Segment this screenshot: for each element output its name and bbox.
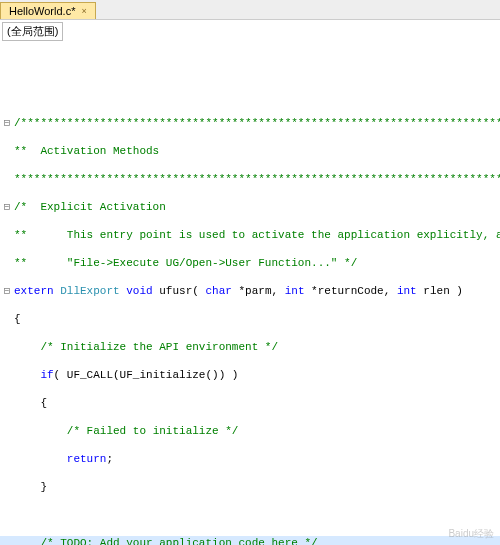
fold-icon[interactable]: ⊟	[0, 200, 14, 214]
code-text: rlen )	[417, 285, 463, 297]
comment: /* Initialize the API environment */	[40, 341, 278, 353]
comment: ****************************************…	[14, 173, 500, 185]
fold-icon[interactable]: ⊟	[0, 116, 14, 130]
comment: /* Failed to initialize */	[67, 425, 239, 437]
type: DllExport	[60, 285, 119, 297]
keyword: char	[205, 285, 231, 297]
file-tab[interactable]: HelloWorld.c* ×	[0, 2, 96, 19]
scope-dropdown[interactable]: (全局范围)	[2, 22, 63, 41]
brace: {	[14, 313, 21, 325]
tab-bar: HelloWorld.c* ×	[0, 0, 500, 20]
keyword: extern	[14, 285, 54, 297]
keyword: int	[397, 285, 417, 297]
highlighted-block: /* TODO: Add your application code here …	[0, 536, 500, 545]
fold-icon[interactable]: ⊟	[0, 284, 14, 298]
tab-title: HelloWorld.c*	[9, 5, 75, 17]
code-text: ;	[106, 453, 113, 465]
brace: {	[40, 397, 47, 409]
comment: ** "File->Execute UG/Open->User Function…	[14, 257, 357, 269]
keyword: int	[285, 285, 305, 297]
brace: }	[40, 481, 47, 493]
close-icon[interactable]: ×	[81, 6, 86, 16]
keyword: if	[40, 369, 53, 381]
keyword: void	[126, 285, 152, 297]
code-text: *returnCode,	[305, 285, 397, 297]
comment: /* Explicit Activation	[14, 201, 166, 213]
comment: /***************************************…	[14, 117, 500, 129]
code-editor[interactable]: ⊟/**************************************…	[0, 43, 500, 545]
code-text: ufusr(	[153, 285, 206, 297]
comment: /* TODO: Add your application code here …	[40, 537, 317, 545]
keyword: return	[67, 453, 107, 465]
comment: ** This entry point is used to activate …	[14, 229, 500, 241]
code-text: *parm,	[232, 285, 285, 297]
comment: ** Activation Methods	[14, 145, 159, 157]
code-text: ( UF_CALL(UF_initialize()) )	[54, 369, 239, 381]
